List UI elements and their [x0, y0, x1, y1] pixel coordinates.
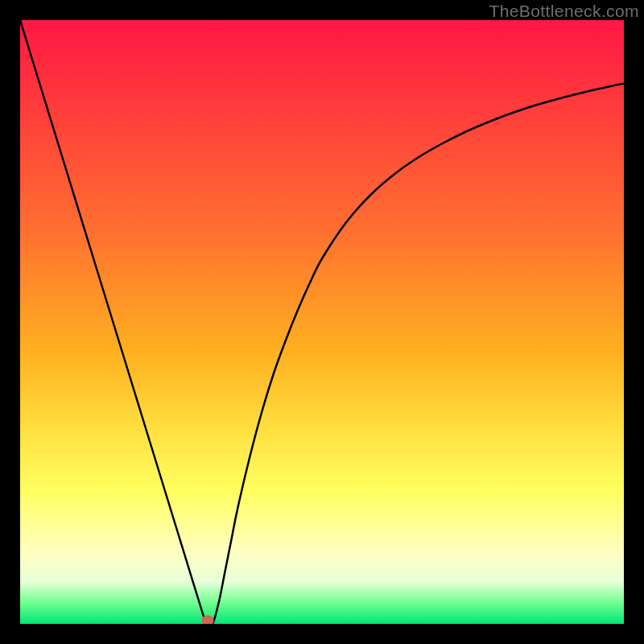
watermark-text: TheBottleneck.com — [489, 2, 639, 21]
chart-container: TheBottleneck.com — [0, 0, 644, 644]
minimum-marker — [201, 616, 213, 624]
plot-area — [20, 20, 624, 624]
bottleneck-curve — [20, 20, 624, 624]
curve-layer — [20, 20, 624, 624]
